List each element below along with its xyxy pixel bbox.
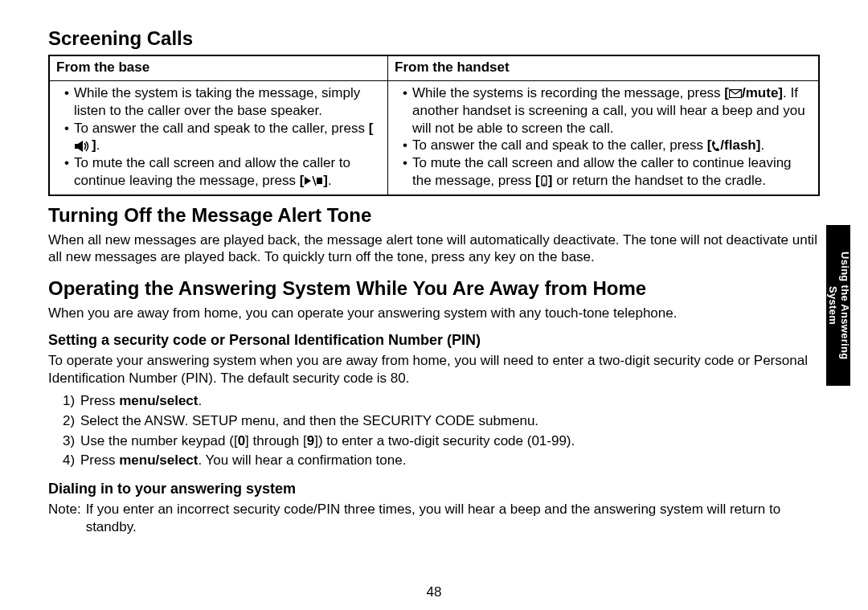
svg-marker-2: [305, 177, 311, 185]
table-header-handset: From the handset: [388, 55, 819, 81]
cell-from-base: While the system is taking the message, …: [49, 81, 388, 195]
heading-setting-pin: Setting a security code or Personal Iden…: [48, 332, 820, 349]
page-number: 48: [0, 584, 868, 600]
note-label: Note:: [48, 501, 86, 536]
pin-steps-list: Press menu/select. Select the ANSW. SETU…: [48, 391, 820, 471]
manual-page: Screening Calls From the base From the h…: [0, 0, 868, 610]
step-4: Press menu/select. You will hear a confi…: [63, 451, 820, 471]
svg-rect-0: [75, 144, 78, 149]
cell-from-handset: While the systems is recording the messa…: [388, 81, 819, 195]
step-3: Use the number keypad ([0] through [9]) …: [63, 432, 820, 452]
handset-bullet-2: To answer the call and speak to the call…: [403, 137, 812, 154]
screening-table: From the base From the handset While the…: [48, 55, 820, 196]
play-stop-icon: [304, 176, 323, 186]
setting-pin-paragraph: To operate your answering system when yo…: [48, 352, 820, 387]
section-side-tab: Using the Answering System: [826, 225, 850, 386]
step-1: Press menu/select.: [63, 391, 820, 411]
svg-rect-4: [317, 178, 322, 184]
heading-screening-calls: Screening Calls: [48, 27, 820, 50]
heading-operating-away: Operating the Answering System While You…: [48, 277, 820, 300]
svg-line-3: [313, 176, 316, 186]
alert-tone-paragraph: When all new messages are played back, t…: [48, 231, 820, 267]
handset-bullet-1: While the systems is recording the messa…: [403, 84, 812, 137]
note-text: If you enter an incorrect security code/…: [86, 501, 820, 536]
base-bullet-1: While the system is taking the message, …: [64, 84, 381, 120]
note-row: Note: If you enter an incorrect security…: [48, 501, 820, 536]
svg-point-7: [543, 183, 545, 185]
step-2: Select the ANSW. SETUP menu, and then th…: [63, 411, 820, 432]
base-bullet-3: To mute the call screen and allow the ca…: [64, 154, 381, 190]
operating-away-paragraph: When you are away from home, you can ope…: [48, 305, 820, 322]
heading-alert-tone: Turning Off the Message Alert Tone: [48, 204, 820, 227]
talk-flash-icon: [711, 141, 720, 152]
section-tab-label: Using the Answering System: [826, 252, 850, 360]
speaker-icon: [74, 141, 92, 152]
table-row: While the system is taking the message, …: [49, 81, 819, 195]
mail-mute-icon: [729, 89, 742, 98]
heading-dialing-in: Dialing in to your answering system: [48, 481, 820, 497]
handset-bullet-3: To mute the call screen and allow the ca…: [403, 154, 812, 190]
base-bullet-2: To answer the call and speak to the call…: [64, 120, 381, 155]
svg-marker-1: [78, 141, 83, 152]
table-header-base: From the base: [49, 55, 388, 81]
end-icon: [540, 175, 548, 186]
